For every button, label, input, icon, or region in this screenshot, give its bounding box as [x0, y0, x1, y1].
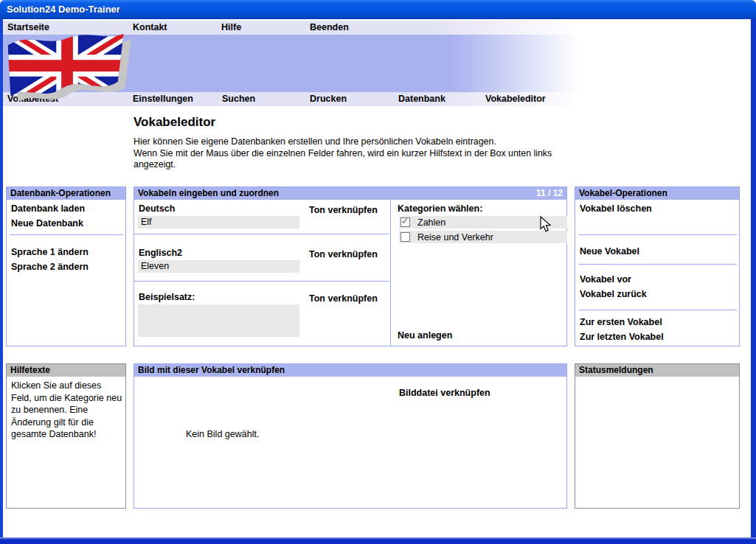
button-sprache2-aendern[interactable]: Sprache 2 ändern	[11, 262, 89, 272]
panel-vokabeln-header: Vokabeln eingeben und zuordnen 11 / 12	[134, 187, 566, 200]
field-label-beispielsatz: Beispielsatz:	[139, 292, 195, 302]
panel-hilfetexte-header: Hilfetexte	[7, 364, 125, 377]
intro-line: Hier können Sie eigene Datenbanken erste…	[133, 136, 552, 148]
checkbox-label: Reise und Verkehr	[417, 232, 493, 243]
button-zur-letzten-vokabel[interactable]: Zur letzten Vokabel	[580, 332, 664, 342]
button-neue-datenbank[interactable]: Neue Datenbank	[11, 218, 83, 229]
window-border-bottom	[0, 537, 756, 544]
button-vokabel-loeschen[interactable]: Vokabel löschen	[580, 203, 652, 214]
menu-suchen[interactable]: Suchen	[222, 94, 255, 104]
divider	[579, 234, 737, 235]
panel-vokabel-operationen: Vokabel-Operationen Vokabel löschen Neue…	[575, 186, 740, 346]
panel-datenbank-operationen-header: Datenbank-Operationen	[7, 187, 125, 200]
panel-datenbank-operationen: Datenbank-Operationen Datenbank laden Ne…	[6, 186, 126, 346]
panel-bild-header: Bild mit dieser Vokabel verknüpfen	[134, 364, 566, 377]
divider	[10, 234, 123, 235]
intro-line: angezeigt.	[133, 159, 552, 171]
button-neu-anlegen[interactable]: Neu anlegen	[398, 330, 452, 341]
button-sprache1-aendern[interactable]: Sprache 1 ändern	[11, 247, 89, 257]
panel-title: Vokabeln eingeben und zuordnen	[138, 187, 279, 200]
panel-vokabeln-eingeben: Vokabeln eingeben und zuordnen 11 / 12 D…	[133, 186, 567, 346]
button-vokabel-vor[interactable]: Vokabel vor	[580, 274, 631, 285]
window-title: Solution24 Demo-Trainer	[7, 4, 120, 15]
uk-flag-image	[3, 28, 134, 109]
mouse-cursor-icon	[539, 216, 552, 234]
menu-vokabeleditor[interactable]: Vokabeleditor	[485, 94, 546, 104]
menu-beenden[interactable]: Beenden	[310, 22, 349, 32]
button-neue-vokabel[interactable]: Neue Vokabel	[580, 246, 639, 257]
panel-title: Hilfetexte	[10, 364, 50, 377]
checkbox-label: Zahlen	[417, 217, 445, 228]
checkbox-icon[interactable]	[400, 232, 410, 242]
panel-statusmeldungen-header: Statusmeldungen	[575, 364, 739, 377]
button-bilddatei-verknuepfen[interactable]: Bilddatei verknüpfen	[399, 388, 490, 398]
field-label-deutsch: Deutsch	[139, 203, 175, 214]
divider	[134, 234, 389, 234]
categories-label: Kategorien wählen:	[398, 203, 482, 214]
button-ton-verknuepfen-2[interactable]: Ton verknüpfen	[309, 249, 378, 259]
intro-line: Wenn Sie mit der Maus über die einzelnen…	[133, 148, 552, 160]
field-label-englisch2: Englisch2	[139, 248, 182, 258]
input-deutsch[interactable]: Elf	[138, 216, 299, 229]
page-intro: Hier können Sie eigene Datenbanken erste…	[133, 136, 552, 171]
divider	[134, 281, 389, 282]
button-ton-verknuepfen-1[interactable]: Ton verknüpfen	[309, 205, 378, 215]
menu-einstellungen[interactable]: Einstellungen	[133, 94, 193, 104]
app-window: Solution24 Demo-Trainer Startseite Konta…	[0, 0, 756, 544]
menu-datenbank[interactable]: Datenbank	[398, 94, 445, 104]
divider	[579, 264, 737, 265]
input-englisch2[interactable]: Eleven	[138, 260, 299, 273]
panel-title: Datenbank-Operationen	[10, 187, 111, 200]
input-beispielsatz[interactable]	[138, 304, 299, 337]
page-title: Vokabeleditor	[133, 115, 215, 130]
no-image-status: Kein Bild gewählt.	[186, 429, 259, 439]
panel-title: Statusmeldungen	[579, 364, 653, 377]
title-bar[interactable]: Solution24 Demo-Trainer	[0, 0, 756, 19]
panel-title: Bild mit dieser Vokabel verknüpfen	[138, 364, 285, 377]
menu-hilfe[interactable]: Hilfe	[221, 22, 241, 32]
panel-hilfetexte: Hilfetexte Klicken Sie auf dieses Feld, …	[6, 363, 126, 509]
button-datenbank-laden[interactable]: Datenbank laden	[11, 203, 85, 214]
menu-drucken[interactable]: Drucken	[310, 94, 347, 104]
menu-kontakt[interactable]: Kontakt	[133, 22, 167, 32]
window-border-right	[751, 19, 756, 537]
help-text: Klicken Sie auf dieses Feld, um die Kate…	[11, 380, 123, 441]
button-zur-ersten-vokabel[interactable]: Zur ersten Vokabel	[580, 317, 662, 327]
panel-statusmeldungen: Statusmeldungen	[575, 363, 740, 509]
column-divider	[390, 200, 391, 346]
button-vokabel-zurueck[interactable]: Vokabel zurück	[580, 289, 647, 299]
divider	[579, 310, 737, 310]
panel-vokabel-operationen-header: Vokabel-Operationen	[575, 187, 739, 200]
vokabel-counter: 11 / 12	[536, 187, 563, 200]
panel-title: Vokabel-Operationen	[579, 187, 667, 200]
panel-bild-verknuepfen: Bild mit dieser Vokabel verknüpfen Bildd…	[133, 363, 567, 509]
checkbox-icon[interactable]	[400, 217, 410, 227]
button-ton-verknuepfen-3[interactable]: Ton verknüpfen	[309, 293, 378, 304]
